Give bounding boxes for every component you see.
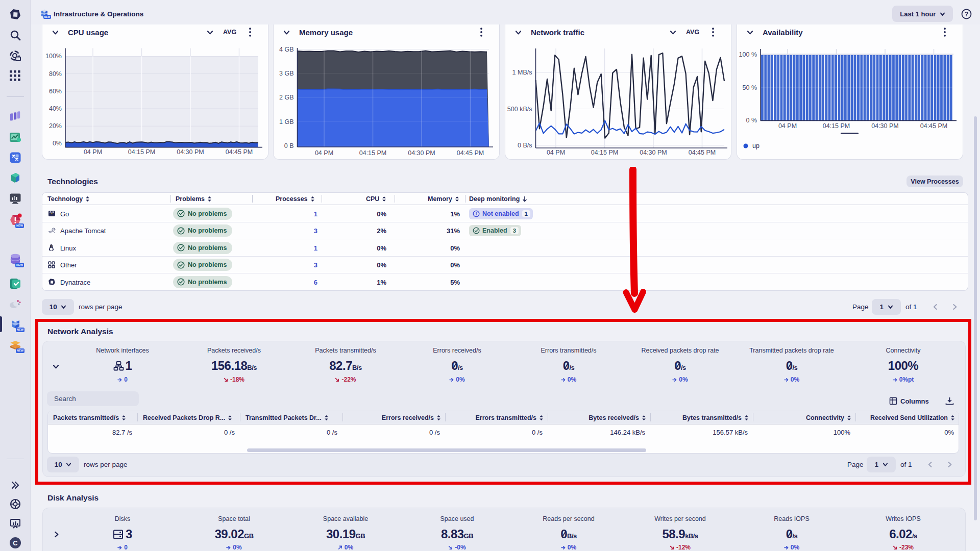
svg-text:1 MB/s: 1 MB/s [512,69,532,76]
svg-text:04 PM: 04 PM [84,148,102,156]
svg-text:04 PM: 04 PM [778,122,797,130]
svg-text:100%: 100% [45,53,62,60]
svg-text:50 %: 50 % [743,84,757,91]
svg-text:04 PM: 04 PM [315,149,333,157]
svg-text:80%: 80% [49,70,62,78]
svg-text:20%: 20% [49,122,62,130]
svg-text:04:30 PM: 04:30 PM [871,122,899,130]
svg-text:0 %: 0 % [746,117,757,124]
svg-text:0 B/s: 0 B/s [518,142,532,149]
svg-text:4 GB: 4 GB [279,46,294,53]
svg-text:04:15 PM: 04:15 PM [128,148,156,156]
svg-text:?: ? [965,11,969,18]
svg-text:04:15 PM: 04:15 PM [591,149,619,156]
svg-text:60%: 60% [49,88,62,95]
svg-text:04:30 PM: 04:30 PM [408,149,435,157]
svg-text:04:30 PM: 04:30 PM [177,148,204,156]
svg-text:04:45 PM: 04:45 PM [920,122,948,130]
svg-text:40%: 40% [49,105,62,112]
svg-text:2 GB: 2 GB [279,94,294,101]
svg-text:04 PM: 04 PM [547,149,565,156]
svg-text:0%: 0% [53,140,62,147]
svg-text:500 kB/s: 500 kB/s [507,106,532,113]
svg-text:0 B: 0 B [284,142,294,149]
svg-text:04:15 PM: 04:15 PM [359,149,387,157]
svg-text:04:45 PM: 04:45 PM [226,148,253,156]
svg-text:04:15 PM: 04:15 PM [823,122,850,130]
svg-text:1 GB: 1 GB [279,118,294,126]
svg-text:04:45 PM: 04:45 PM [457,149,484,157]
svg-text:04:30 PM: 04:30 PM [640,149,667,156]
svg-text:3 GB: 3 GB [279,70,294,77]
svg-text:04:45 PM: 04:45 PM [689,149,716,156]
svg-text:100 %: 100 % [739,51,757,58]
svg-text:up: up [752,142,760,149]
